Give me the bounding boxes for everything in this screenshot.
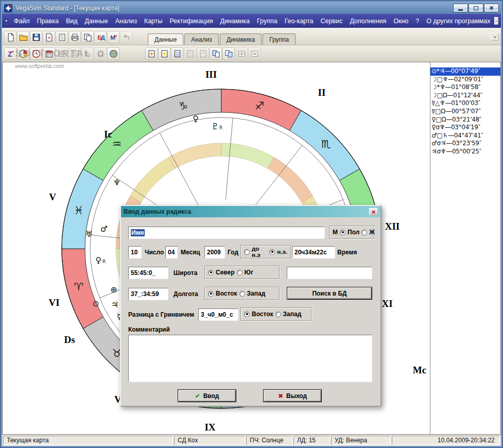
settings-button[interactable] <box>94 47 107 60</box>
latitude-input[interactable]: 55:45:0_ <box>128 267 168 279</box>
chart-star-2-button[interactable] <box>158 47 170 60</box>
toolbar-mini-button[interactable]: ▪ <box>491 33 499 41</box>
male-radio[interactable] <box>340 230 345 235</box>
file-toolbar: + БД МР <box>4 31 132 45</box>
menu-item-10[interactable]: Сервис <box>317 15 346 27</box>
aspect-row-8[interactable]: ♂□♄—04°47'41″ <box>430 132 500 140</box>
menu-item-13[interactable]: ? <box>412 15 423 27</box>
aspect-row-10[interactable]: ♃σ♆—05°00'25″ <box>430 148 500 156</box>
longitude-input[interactable]: 37_:34:59 <box>128 288 168 300</box>
menu-item-8[interactable]: Группа <box>253 15 281 27</box>
aspects-panel: ⊙*♃—00°07'49″☽□♆—02°09'01″☽*♆—01°08'58″☽… <box>430 62 500 434</box>
dialog-title: Ввод данных радикса <box>124 208 191 215</box>
sheet-button[interactable] <box>184 47 196 60</box>
collapse-button[interactable] <box>248 47 261 60</box>
new-chart-button[interactable]: + <box>43 31 55 43</box>
east-radio[interactable] <box>208 291 214 297</box>
name-input[interactable]: Имя <box>128 227 325 239</box>
aspect-row-4[interactable]: ☿△♆—01°00'03″ <box>430 99 500 108</box>
menu-item-1[interactable]: Правка <box>33 15 62 27</box>
tab-0[interactable]: Данные <box>148 33 183 45</box>
day-input[interactable]: 10 <box>128 246 142 259</box>
place-input[interactable] <box>287 267 372 279</box>
aspect-row-7[interactable]: ♀σ♆—03°04'19″ <box>430 124 500 132</box>
tab-1[interactable]: Анализ <box>184 33 219 45</box>
tools-toolbar: Z Тт <box>4 47 119 60</box>
search-db-button[interactable]: Поиск в БД <box>287 287 372 300</box>
zodiac-button[interactable]: Z <box>4 47 16 60</box>
menu-item-3[interactable]: Данные <box>81 15 112 27</box>
aspect-row-0[interactable]: ⊙*♃—00°07'49″ <box>430 67 500 76</box>
menu-item-9[interactable]: Гео-карта <box>281 15 317 27</box>
female-radio[interactable] <box>361 230 367 235</box>
new-document-button[interactable] <box>4 31 16 43</box>
database-letters-icon: БД <box>96 33 105 42</box>
font-button[interactable]: Тт <box>81 47 94 60</box>
south-radio[interactable] <box>237 270 242 275</box>
pie-chart-button[interactable] <box>17 47 29 60</box>
table-button[interactable] <box>56 47 68 60</box>
minimize-icon <box>458 9 463 11</box>
menu-item-2[interactable]: Вид <box>62 15 81 27</box>
menu-item-0[interactable]: Файл <box>10 15 33 27</box>
south-label: Юг <box>245 269 253 276</box>
chart-grid-button[interactable] <box>171 47 183 60</box>
clock-button[interactable] <box>30 47 42 60</box>
year-input[interactable]: 2009 <box>204 246 225 259</box>
gmt-input[interactable]: 3_ч0_м0_с <box>198 308 238 321</box>
status-segment-5: 10.04.2009-20:34:22 <box>392 436 500 445</box>
open-file-button[interactable] <box>17 31 29 43</box>
mdi-restore-button[interactable]: ▫ <box>494 17 498 25</box>
menu-item-4[interactable]: Анализ <box>112 15 141 27</box>
chart-star-icon <box>147 49 156 58</box>
sheet-2-button[interactable] <box>197 47 209 60</box>
north-radio[interactable] <box>208 270 214 275</box>
zodiac-z-icon: Z <box>6 49 15 58</box>
copy-pair-button[interactable] <box>210 47 222 60</box>
tab-3[interactable]: Группа <box>263 33 296 45</box>
time-input[interactable]: 20ч34м22с <box>292 246 335 259</box>
minimize-button[interactable] <box>453 4 468 12</box>
undo-button[interactable] <box>120 31 132 43</box>
cells-button[interactable] <box>235 47 248 60</box>
calendar-button[interactable] <box>43 47 55 60</box>
maximize-button[interactable] <box>469 4 483 12</box>
mdi-child-icon <box>5 17 8 25</box>
notebook-button[interactable] <box>56 31 68 43</box>
menu-item-7[interactable]: Динамика <box>216 15 253 27</box>
save-button[interactable] <box>30 31 42 43</box>
menu-item-14[interactable]: О других программах <box>423 15 494 27</box>
gmt-west-radio[interactable] <box>275 312 281 317</box>
west-radio[interactable] <box>239 291 245 297</box>
dialog-close-button[interactable]: × <box>369 208 378 216</box>
era-ad-radio[interactable] <box>269 249 275 255</box>
globe-button[interactable] <box>107 47 119 60</box>
menu-item-12[interactable]: Окно <box>390 15 412 27</box>
menu-item-5[interactable]: Карты <box>141 15 166 27</box>
menu-item-11[interactable]: Дополнения <box>346 15 390 27</box>
ok-button[interactable]: ✔ Ввод <box>178 389 236 402</box>
copy-pair-2-button[interactable] <box>222 47 235 60</box>
aspect-row-2[interactable]: ☽*♆—01°08'58″ <box>430 83 500 92</box>
gmt-east-radio[interactable] <box>244 312 250 317</box>
chart-star-button[interactable] <box>145 47 158 60</box>
aspect-row-9[interactable]: ♂σ♃—03°23'59″ <box>430 140 500 148</box>
aspect-row-3[interactable]: ☽□Ω—01°12'44″ <box>430 92 500 100</box>
era-bc-radio[interactable] <box>244 249 250 255</box>
database-button[interactable]: БД <box>94 31 107 43</box>
comment-textarea[interactable] <box>128 335 372 382</box>
aspect-row-6[interactable]: ♀□Ω—03°21'48″ <box>430 116 500 124</box>
print-button[interactable] <box>68 31 81 43</box>
dialog-title-bar[interactable]: Ввод данных радикса × <box>121 206 380 217</box>
cancel-button[interactable]: ✖ Выход <box>263 389 322 402</box>
aspect-row-1[interactable]: ☽□♆—02°09'01″ <box>430 76 500 84</box>
close-button[interactable]: ✕ <box>484 4 499 12</box>
aspect-row-5[interactable]: ☿□Ω—00°57'07″ <box>430 108 500 116</box>
menu-item-6[interactable]: Ректификация <box>166 15 217 27</box>
list-button[interactable] <box>68 47 81 60</box>
status-segment-2: ПЧ: Солнце <box>246 436 292 445</box>
copy-button[interactable] <box>81 31 94 43</box>
map-button[interactable]: МР <box>107 31 119 43</box>
tab-2[interactable]: Динамика <box>220 33 262 45</box>
month-input[interactable]: 04 <box>165 246 178 259</box>
